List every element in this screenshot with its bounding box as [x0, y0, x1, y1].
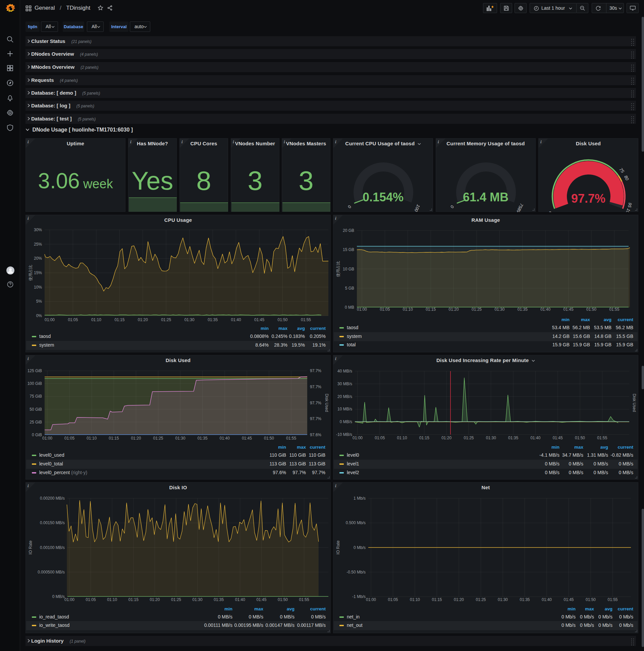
- svg-text:125 GiB: 125 GiB: [28, 368, 42, 373]
- svg-text:0 MB: 0 MB: [345, 305, 354, 310]
- svg-text:01:10: 01:10: [107, 597, 117, 602]
- svg-text:0.00200 MB/s: 0.00200 MB/s: [40, 496, 65, 501]
- svg-text:使用占比: 使用占比: [336, 261, 341, 277]
- svg-text:01:45: 01:45: [242, 436, 252, 441]
- svg-text:01:15: 01:15: [115, 317, 124, 322]
- svg-text:01:35: 01:35: [198, 436, 207, 441]
- svg-text:20 MB/s: 20 MB/s: [337, 394, 352, 399]
- svg-text:01:20: 01:20: [131, 436, 141, 441]
- svg-text:0: 0: [449, 204, 455, 209]
- svg-text:01:25: 01:25: [476, 597, 486, 602]
- svg-text:使用占比: 使用占比: [28, 265, 33, 281]
- svg-text:01:30: 01:30: [185, 317, 195, 322]
- svg-text:01:30: 01:30: [175, 436, 186, 441]
- svg-text:01:35: 01:35: [214, 597, 224, 602]
- svg-text:01:40: 01:40: [220, 436, 230, 441]
- svg-text:97.7%: 97.7%: [310, 416, 321, 421]
- svg-text:15%: 15%: [34, 271, 42, 275]
- svg-text:01:05: 01:05: [380, 307, 390, 312]
- svg-text:01:25: 01:25: [153, 436, 163, 441]
- svg-text:0: 0: [347, 204, 353, 209]
- svg-text:01:35: 01:35: [520, 597, 529, 602]
- svg-text:1 Mb/s: 1 Mb/s: [354, 496, 365, 501]
- svg-text:01:55: 01:55: [299, 597, 309, 602]
- svg-text:01:15: 01:15: [128, 597, 138, 602]
- svg-text:25%: 25%: [34, 242, 42, 247]
- svg-text:-10 MB/s: -10 MB/s: [336, 432, 352, 437]
- svg-text:01:00: 01:00: [44, 317, 55, 322]
- svg-text:30 MB/s: 30 MB/s: [337, 381, 352, 386]
- svg-text:30%: 30%: [34, 227, 42, 232]
- svg-text:01:45: 01:45: [564, 307, 574, 312]
- svg-text:01:00: 01:00: [42, 436, 52, 441]
- svg-text:01:20: 01:20: [449, 307, 459, 312]
- svg-text:01:40: 01:40: [231, 317, 241, 322]
- svg-text:01:10: 01:10: [410, 597, 420, 602]
- svg-text:01:40: 01:40: [530, 436, 540, 440]
- svg-text:97.7%: 97.7%: [310, 401, 321, 405]
- svg-text:0.500 Mb/s: 0.500 Mb/s: [346, 521, 365, 525]
- svg-text:01:15: 01:15: [109, 436, 119, 441]
- svg-text:01:40: 01:40: [235, 597, 245, 602]
- svg-text:Disk Used: Disk Used: [632, 394, 637, 412]
- svg-text:01:40: 01:40: [540, 307, 550, 312]
- svg-text:0.00150 MB/s: 0.00150 MB/s: [40, 521, 65, 525]
- svg-text:0.000500 MB/s: 0.000500 MB/s: [38, 570, 65, 575]
- svg-text:15 GB: 15 GB: [343, 247, 354, 252]
- svg-text:01:10: 01:10: [87, 436, 97, 441]
- svg-text:01:35: 01:35: [518, 307, 527, 312]
- svg-text:01:30: 01:30: [494, 307, 505, 312]
- svg-text:5 GB: 5 GB: [345, 286, 354, 290]
- svg-text:01:45: 01:45: [254, 317, 264, 322]
- svg-text:01:05: 01:05: [64, 436, 74, 441]
- svg-text:01:00: 01:00: [366, 597, 376, 602]
- svg-text:01:20: 01:20: [150, 597, 160, 602]
- svg-text:0 GiB: 0 GiB: [32, 433, 42, 437]
- svg-text:-0.50 Mb/s: -0.50 Mb/s: [347, 570, 365, 575]
- svg-text:IO Rate: IO Rate: [28, 540, 33, 555]
- svg-text:01:30: 01:30: [498, 597, 508, 602]
- svg-text:IO Rate: IO Rate: [336, 540, 341, 555]
- svg-text:10%: 10%: [34, 285, 42, 289]
- svg-text:01:55: 01:55: [301, 317, 311, 322]
- svg-text:100: 100: [413, 204, 421, 212]
- svg-text:01:50: 01:50: [278, 597, 288, 602]
- svg-text:01:05: 01:05: [86, 597, 96, 602]
- svg-text:01:25: 01:25: [171, 597, 181, 602]
- svg-text:01:00: 01:00: [357, 307, 367, 312]
- svg-text:80: 80: [623, 175, 630, 181]
- svg-text:01:35: 01:35: [207, 317, 218, 322]
- svg-text:01:50: 01:50: [278, 317, 287, 322]
- svg-text:40 MB/s: 40 MB/s: [337, 369, 352, 373]
- svg-text:01:15: 01:15: [432, 597, 442, 602]
- svg-text:01:05: 01:05: [375, 436, 385, 440]
- svg-text:01:00: 01:00: [353, 436, 362, 440]
- svg-text:01:10: 01:10: [403, 307, 413, 312]
- svg-text:0: 0: [548, 210, 553, 212]
- svg-text:01:45: 01:45: [564, 597, 574, 602]
- svg-text:01:55: 01:55: [597, 436, 607, 440]
- svg-text:01:55: 01:55: [286, 436, 296, 441]
- svg-text:01:40: 01:40: [542, 597, 552, 602]
- svg-text:01:15: 01:15: [419, 436, 429, 440]
- svg-text:01:05: 01:05: [68, 317, 78, 322]
- svg-text:01:45: 01:45: [256, 597, 266, 602]
- svg-text:01:50: 01:50: [586, 597, 596, 602]
- svg-text:01:05: 01:05: [388, 597, 398, 602]
- svg-text:01:20: 01:20: [454, 597, 464, 602]
- svg-text:25 GiB: 25 GiB: [30, 420, 42, 425]
- svg-text:01:50: 01:50: [264, 436, 274, 441]
- svg-text:01:10: 01:10: [91, 317, 101, 322]
- svg-text:0 MB/s: 0 MB/s: [340, 420, 352, 424]
- svg-text:01:30: 01:30: [193, 597, 202, 602]
- svg-text:10 MB/s: 10 MB/s: [337, 407, 352, 411]
- svg-text:97.7%: 97.7%: [310, 384, 321, 389]
- svg-text:01:15: 01:15: [426, 307, 436, 312]
- svg-text:01:20: 01:20: [138, 317, 148, 322]
- svg-text:01:50: 01:50: [575, 436, 585, 440]
- svg-text:01:20: 01:20: [442, 436, 451, 440]
- svg-text:100: 100: [624, 208, 631, 212]
- svg-text:97.7%: 97.7%: [310, 368, 321, 373]
- svg-text:Disk Used: Disk Used: [324, 394, 329, 412]
- svg-text:01:00: 01:00: [64, 597, 74, 602]
